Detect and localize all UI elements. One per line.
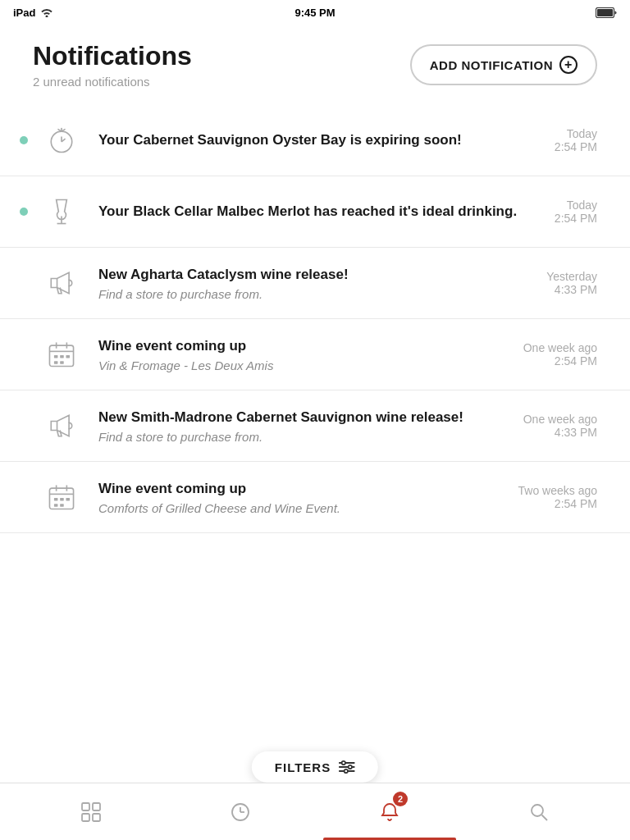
svg-rect-18 [60,361,64,364]
unread-count-label: 2 unread notifications [33,75,192,89]
notification-time-value: 2:54 PM [555,212,597,225]
search-icon [527,801,550,824]
page-header: Notifications 2 unread notifications ADD… [0,25,630,97]
svg-point-42 [532,805,543,816]
notification-date: One week ago [523,413,597,426]
notification-item[interactable]: Your Black Cellar Malbec Merlot has reac… [0,176,630,248]
notification-item[interactable]: Wine event coming upComforts of Grilled … [0,462,630,533]
notification-item[interactable]: Your Cabernet Sauvignon Oyster Bay is ex… [0,105,630,176]
notification-date: Two weeks ago [518,484,598,497]
svg-rect-37 [82,814,89,821]
notification-content: Wine event coming upVin & Fromage - Les … [98,336,515,373]
notification-subtitle: Find a store to purchase from. [98,287,538,301]
svg-point-32 [342,761,345,765]
page-title: Notifications [33,41,192,71]
notification-date: Yesterday [546,270,597,283]
notification-title: Wine event coming up [98,479,510,499]
notification-time: Yesterday 4:33 PM [546,270,597,296]
notification-time: One week ago 2:54 PM [523,341,597,368]
notification-time: Today 2:54 PM [555,127,597,153]
notification-time-value: 4:33 PM [546,283,597,296]
notification-icon-calendar [41,334,82,375]
notification-title: New Agharta Cataclysm wine release! [98,265,538,285]
notification-content: Wine event coming upComforts of Grilled … [98,479,510,516]
notification-icon-timer [41,120,82,161]
notification-icon-calendar [41,477,82,518]
unread-dot [20,208,28,216]
notification-date: One week ago [523,341,597,354]
ipad-label: iPad [13,7,35,19]
svg-line-43 [542,815,548,820]
notification-item[interactable]: Wine event coming upVin & Fromage - Les … [0,319,630,390]
notification-time: One week ago 4:33 PM [523,413,597,439]
notification-time-value: 4:33 PM [523,426,597,439]
notification-time: Two weeks ago 2:54 PM [518,484,598,510]
svg-rect-15 [60,355,64,358]
svg-point-34 [345,769,348,773]
wifi-icon [40,7,53,17]
notification-item[interactable]: New Smith-Madrone Cabernet Sauvignon win… [0,390,630,462]
svg-rect-26 [66,498,70,501]
nav-item-clock[interactable] [166,783,315,840]
svg-rect-16 [66,355,70,358]
status-bar: iPad 9:45 PM [0,0,630,25]
notification-time-value: 2:54 PM [518,497,598,510]
notification-time-value: 2:54 PM [523,354,597,368]
notification-icon-wine [41,191,82,232]
filters-icon [339,760,355,774]
add-notification-label: ADD NOTIFICATION [430,58,553,72]
notification-date: Today [555,127,597,140]
svg-rect-25 [60,498,64,501]
svg-rect-38 [93,814,100,821]
notification-title: New Smith-Madrone Cabernet Sauvignon win… [98,408,515,427]
svg-rect-27 [54,504,58,507]
notification-subtitle: Find a store to purchase from. [98,430,515,444]
notification-title: Your Cabernet Sauvignon Oyster Bay is ex… [98,130,546,150]
svg-rect-36 [93,803,100,810]
unread-dot [20,136,28,144]
nav-notification-badge: 2 [393,792,408,806]
notification-icon-megaphone [41,262,82,304]
svg-rect-14 [54,355,58,358]
add-notification-button[interactable]: ADD NOTIFICATION + [410,44,597,85]
svg-rect-28 [60,504,64,507]
nav-item-search[interactable] [464,783,614,840]
nav-item-notifications[interactable]: 2 [315,783,464,840]
notification-icon-megaphone [41,405,82,446]
status-left: iPad [13,7,53,19]
svg-rect-1 [597,9,613,16]
notifications-list: Your Cabernet Sauvignon Oyster Bay is ex… [0,97,630,765]
notification-title: Wine event coming up [98,336,515,356]
notification-content: Your Cabernet Sauvignon Oyster Bay is ex… [98,130,546,150]
notification-time: Today 2:54 PM [555,199,597,225]
notification-content: New Agharta Cataclysm wine release!Find … [98,265,538,302]
header-title-area: Notifications 2 unread notifications [33,41,192,89]
svg-rect-24 [54,498,58,501]
notification-subtitle: Comforts of Grilled Cheese and Wine Even… [98,501,510,515]
plus-circle-icon: + [559,56,578,74]
status-time: 9:45 PM [294,7,335,19]
status-right [596,7,617,18]
notification-date: Today [555,199,597,212]
svg-rect-17 [54,361,58,364]
clock-icon [229,801,252,824]
battery-icon [596,7,617,18]
notification-content: New Smith-Madrone Cabernet Sauvignon win… [98,408,515,445]
svg-rect-35 [82,803,89,810]
bottom-navigation: 2 [0,783,630,840]
notification-content: Your Black Cellar Malbec Merlot has reac… [98,202,546,221]
svg-point-33 [349,765,352,769]
notification-subtitle: Vin & Fromage - Les Deux Amis [98,358,515,372]
filters-bar[interactable]: FILTERS [252,751,378,783]
grid-icon [80,801,103,824]
nav-item-grid[interactable] [16,783,166,840]
notification-item[interactable]: New Agharta Cataclysm wine release!Find … [0,248,630,319]
notification-time-value: 2:54 PM [555,140,597,153]
notification-title: Your Black Cellar Malbec Merlot has reac… [98,202,546,221]
filters-label: FILTERS [275,760,331,774]
